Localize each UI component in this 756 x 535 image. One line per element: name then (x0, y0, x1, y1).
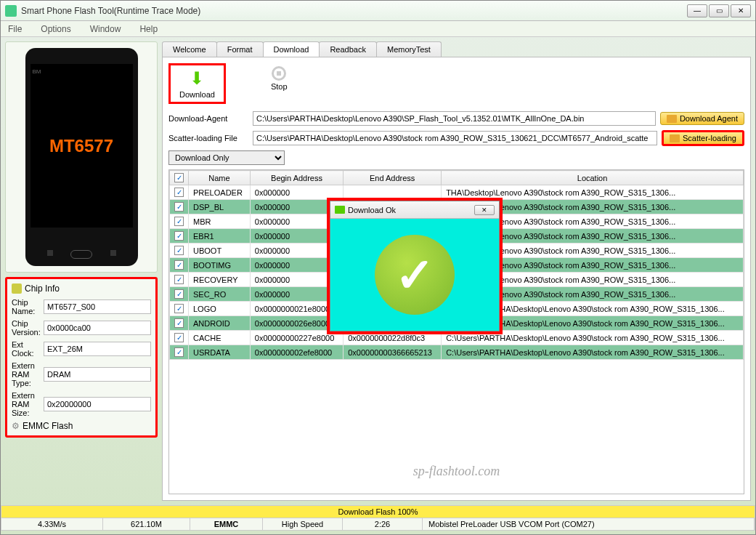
ram-type-label: Extern RAM Type: (12, 361, 44, 387)
row-checkbox[interactable]: ✓ (174, 289, 184, 299)
tab-strip: Welcome Format Download Readback MemoryT… (162, 41, 751, 57)
window-title: Smart Phone Flash Tool(Runtime Trace Mod… (21, 6, 687, 16)
download-mode-select[interactable]: Download Only (168, 150, 285, 165)
row-location: C:\Users\PARTHA\Desktop\Lenovo A390\stoc… (442, 345, 744, 360)
tab-memorytest[interactable]: MemoryTest (376, 41, 442, 57)
stop-label: Stop (271, 82, 288, 91)
download-button[interactable]: ⬇ Download (168, 63, 226, 104)
tab-download[interactable]: Download (263, 41, 320, 57)
menu-window[interactable]: Window (86, 23, 126, 36)
tab-readback[interactable]: Readback (319, 41, 377, 57)
status-mode: High Speed (263, 518, 343, 530)
tab-format[interactable]: Format (216, 41, 264, 57)
row-begin: 0x00000000227e8000 (250, 331, 343, 345)
row-checkbox[interactable]: ✓ (174, 217, 184, 226)
phone-right-btn (110, 250, 116, 256)
chip-version-value (44, 321, 151, 335)
table-row[interactable]: ✓ CACHE 0x00000000227e8000 0x0000000022d… (170, 331, 744, 345)
col-begin[interactable]: Begin Address (250, 171, 343, 185)
row-name: EBR1 (189, 229, 251, 244)
dialog-icon (335, 206, 345, 214)
tab-welcome[interactable]: Welcome (162, 41, 217, 57)
folder-icon (667, 115, 677, 123)
stop-icon (272, 66, 286, 81)
row-checkbox[interactable]: ✓ (174, 260, 184, 270)
download-ok-dialog: Download Ok ✕ ✓ (330, 201, 500, 331)
maximize-button[interactable]: ▭ (709, 4, 729, 17)
row-name: USRDATA (189, 345, 251, 360)
ram-type-value (44, 367, 151, 382)
download-agent-label: Download-Agent (168, 114, 248, 123)
status-storage: EMMC (190, 518, 263, 530)
status-port: Mobistel PreLoader USB VCOM Port (COM27) (423, 518, 755, 530)
table-row[interactable]: ✓ PRELOADER 0x000000 THA\Desktop\Lenovo … (170, 185, 744, 200)
row-end: 0x0000000022d8f0c3 (344, 331, 442, 345)
row-checkbox[interactable]: ✓ (174, 231, 184, 241)
col-name[interactable]: Name (189, 171, 251, 185)
scatter-file-input[interactable] (253, 131, 657, 145)
menu-help[interactable]: Help (135, 23, 162, 36)
row-checkbox[interactable]: ✓ (174, 304, 184, 313)
row-checkbox[interactable]: ✓ (174, 188, 184, 197)
row-end (344, 185, 442, 200)
phone-left-btn (47, 250, 53, 256)
menu-file[interactable]: File (4, 23, 26, 36)
col-location[interactable]: Location (442, 171, 744, 185)
chip-version-label: Chip Version: (12, 319, 44, 337)
ram-size-value (44, 397, 151, 411)
chip-name-label: Chip Name: (12, 298, 44, 315)
table-row[interactable]: ✓ USRDATA 0x000000002efe8000 0x000000003… (170, 345, 744, 360)
check-all[interactable]: ✓ (174, 173, 184, 182)
row-checkbox[interactable]: ✓ (174, 347, 184, 357)
row-begin: 0x000000002efe8000 (250, 345, 343, 360)
download-label: Download (179, 90, 215, 99)
close-button[interactable]: ✕ (731, 4, 751, 17)
phone-home-btn (70, 250, 92, 259)
minimize-button[interactable]: — (687, 4, 707, 17)
scatter-loading-button[interactable]: Scatter-loading (662, 130, 744, 146)
download-arrow-icon: ⬇ (190, 68, 204, 89)
chip-model-text: MT6577 (49, 136, 113, 156)
row-name: UBOOT (189, 244, 251, 258)
row-checkbox[interactable]: ✓ (174, 202, 184, 212)
download-agent-input[interactable] (253, 111, 656, 126)
folder-icon (670, 134, 680, 142)
emmc-flash-label[interactable]: EMMC Flash (23, 421, 73, 431)
col-end[interactable]: End Address (344, 171, 442, 185)
titlebar: Smart Phone Flash Tool(Runtime Trace Mod… (1, 1, 755, 21)
ram-size-label: Extern RAM Size: (12, 391, 44, 417)
progress-bar: Download Flash 100% (1, 505, 755, 518)
row-name: RECOVERY (189, 273, 251, 287)
row-name: DSP_BL (189, 200, 251, 214)
app-window: Smart Phone Flash Tool(Runtime Trace Mod… (0, 0, 756, 535)
stop-button[interactable]: Stop (262, 63, 296, 104)
status-size: 621.10M (103, 518, 190, 530)
row-name: PRELOADER (189, 185, 251, 200)
row-name: LOGO (189, 302, 251, 316)
menu-options[interactable]: Options (36, 23, 75, 36)
dialog-close-button[interactable]: ✕ (474, 205, 495, 215)
row-name: ANDROID (189, 316, 251, 331)
download-agent-button[interactable]: Download Agent (660, 112, 744, 125)
app-icon (5, 5, 17, 17)
ext-clock-label: Ext Clock: (12, 340, 44, 358)
status-speed: 4.33M/s (1, 518, 103, 530)
statusbar: Download Flash 100% 4.33M/s 621.10M EMMC… (1, 505, 755, 531)
success-check-icon: ✓ (375, 235, 455, 315)
scatter-file-label: Scatter-loading File (168, 134, 248, 142)
watermark-text: sp-flashtool.com (413, 464, 500, 479)
chip-name-value (44, 299, 151, 314)
status-time: 2:26 (343, 518, 423, 530)
row-checkbox[interactable]: ✓ (174, 318, 184, 328)
row-checkbox[interactable]: ✓ (174, 333, 184, 342)
row-name: BOOTIMG (189, 258, 251, 273)
chip-icon (12, 283, 22, 294)
row-checkbox[interactable]: ✓ (174, 246, 184, 255)
phone-preview: BM MT6577 (5, 41, 158, 273)
row-location: THA\Desktop\Lenovo A390\stock rom A390_R… (442, 185, 744, 200)
row-name: CACHE (189, 331, 251, 345)
gear-icon: ⚙ (12, 421, 20, 431)
ext-clock-value (44, 342, 151, 356)
menubar: File Options Window Help (1, 21, 755, 37)
row-checkbox[interactable]: ✓ (174, 275, 184, 284)
